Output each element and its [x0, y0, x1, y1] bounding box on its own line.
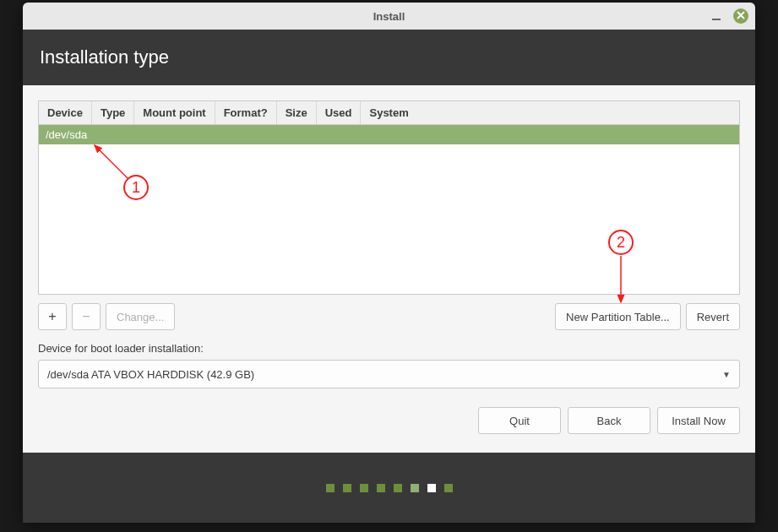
content-area: Device Type Mount point Format? Size Use…: [23, 85, 755, 453]
bootloader-select[interactable]: /dev/sda ATA VBOX HARDDISK (42.9 GB) ▼: [38, 360, 740, 388]
step-dot: [427, 484, 436, 492]
step-dot: [411, 484, 419, 492]
step-dot: [343, 484, 351, 492]
quit-button[interactable]: Quit: [478, 407, 561, 434]
step-dot: [377, 484, 385, 492]
bootloader-value: /dev/sda ATA VBOX HARDDISK (42.9 GB): [47, 368, 254, 381]
table-row[interactable]: /dev/sda: [39, 125, 739, 145]
change-partition-button[interactable]: Change...: [106, 303, 175, 330]
add-partition-button[interactable]: +: [38, 303, 67, 330]
col-size[interactable]: Size: [276, 101, 316, 125]
new-partition-table-button[interactable]: New Partition Table...: [555, 303, 681, 330]
svg-rect-0: [712, 19, 721, 20]
partition-table[interactable]: Device Type Mount point Format? Size Use…: [38, 100, 740, 295]
col-device[interactable]: Device: [39, 101, 91, 125]
step-dot: [444, 484, 453, 492]
installer-window: Install Installation type Device Type Mo…: [23, 3, 755, 523]
install-now-button[interactable]: Install Now: [657, 407, 740, 434]
step-dot: [326, 484, 335, 492]
remove-partition-button[interactable]: −: [72, 303, 101, 330]
window-title: Install: [373, 10, 405, 23]
step-dot: [394, 484, 402, 492]
close-icon[interactable]: [733, 8, 748, 24]
chevron-down-icon: ▼: [722, 370, 731, 379]
col-format[interactable]: Format?: [215, 101, 276, 125]
back-button[interactable]: Back: [568, 407, 650, 434]
page-title: Installation type: [40, 46, 169, 68]
col-used[interactable]: Used: [316, 101, 361, 125]
minimize-icon[interactable]: [710, 9, 723, 23]
device-cell: /dev/sda: [39, 125, 739, 145]
step-dot: [360, 484, 368, 492]
revert-button[interactable]: Revert: [686, 303, 740, 330]
page-header: Installation type: [23, 30, 755, 85]
progress-dots: [23, 453, 755, 523]
bootloader-label: Device for boot loader installation:: [38, 342, 740, 355]
col-mount[interactable]: Mount point: [134, 101, 215, 125]
col-type[interactable]: Type: [91, 101, 133, 125]
titlebar[interactable]: Install: [23, 3, 755, 30]
col-system[interactable]: System: [361, 101, 739, 125]
